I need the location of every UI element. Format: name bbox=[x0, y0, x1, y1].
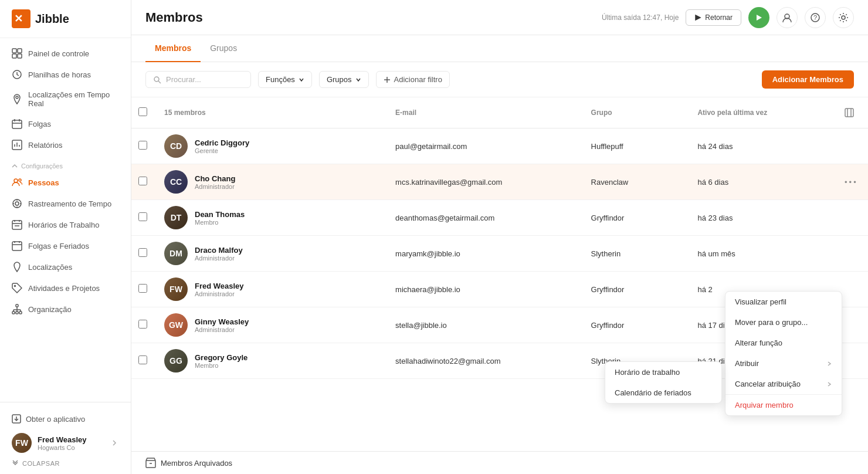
get-app-item[interactable]: Obter o aplicativo bbox=[9, 409, 121, 428]
svg-point-17 bbox=[19, 179, 21, 181]
help-icon-button[interactable]: ? bbox=[805, 7, 826, 28]
sidebar-footer: Obter o aplicativo FW Fred Weasley Hogwa… bbox=[0, 402, 131, 474]
member-avatar-4: FW bbox=[164, 277, 188, 301]
sidebar-item-folgas-feriados[interactable]: Folgas e Feriados bbox=[0, 235, 131, 256]
menu-item-alterar[interactable]: Alterar função bbox=[725, 333, 842, 353]
svg-rect-29 bbox=[12, 242, 22, 250]
sidebar-item-organizacao[interactable]: Organização bbox=[0, 299, 131, 320]
row-checkbox-cell bbox=[131, 164, 157, 200]
submenu-item-horario[interactable]: Horário de trabalho bbox=[605, 362, 721, 382]
sidebar-item-loc[interactable]: Localizações bbox=[0, 256, 131, 277]
context-menu-overlay: Horário de trabalho Calendário de feriad… bbox=[725, 291, 842, 416]
collapse-sidebar-row[interactable]: COLAPSAR bbox=[9, 458, 121, 467]
member-role-4: Administrador bbox=[195, 290, 244, 297]
sidebar-label-planilhas: Planilhas de horas bbox=[28, 70, 91, 79]
member-actions-0 bbox=[833, 128, 868, 164]
row-checkbox-cell bbox=[131, 272, 157, 307]
chevron-down-icon bbox=[299, 77, 304, 83]
sidebar-item-atividades[interactable]: Atividades e Projetos bbox=[0, 277, 131, 299]
funcoes-filter-button[interactable]: Funções bbox=[258, 71, 312, 88]
menu-item-visualizar[interactable]: Visualizar perfil bbox=[725, 292, 842, 312]
row-checkbox-3[interactable] bbox=[138, 248, 147, 257]
row-checkbox-5[interactable] bbox=[138, 320, 147, 329]
location-icon bbox=[12, 94, 22, 104]
member-email-0: paul@getairmail.com bbox=[388, 128, 584, 164]
menu-item-arquivar[interactable]: Arquivar membro bbox=[725, 395, 842, 415]
menu-item-mover[interactable]: Mover para o grupo... bbox=[725, 312, 842, 333]
table-settings-icon[interactable] bbox=[840, 103, 859, 122]
member-cell-4: FW Fred Weasley Administrador bbox=[157, 272, 388, 307]
row-checkbox-1[interactable] bbox=[138, 177, 147, 185]
member-role-3: Administrador bbox=[195, 255, 243, 262]
menu-item-atribuir[interactable]: Atribuir bbox=[725, 353, 842, 374]
sidebar-item-rastreamento[interactable]: Rastreamento de Tempo bbox=[0, 193, 131, 214]
schedule-icon bbox=[12, 219, 22, 230]
sidebar-item-folgas[interactable]: Folgas bbox=[0, 113, 131, 134]
sidebar-label-folgas-feriados: Folgas e Feriados bbox=[28, 242, 89, 250]
sidebar-label-horarios: Horários de Trabalho bbox=[28, 221, 99, 229]
sidebar-nav: Painel de controle Planilhas de horas Lo… bbox=[0, 38, 131, 402]
row-checkbox-cell bbox=[131, 307, 157, 343]
play-button[interactable] bbox=[748, 7, 769, 28]
svg-rect-35 bbox=[12, 312, 15, 314]
member-email-2: deanthomas@getairmail.com bbox=[388, 200, 584, 236]
select-all-checkbox[interactable] bbox=[138, 107, 147, 116]
table-row: CC Cho Chang Administrador mcs.katrinavi… bbox=[131, 164, 868, 200]
svg-rect-37 bbox=[19, 312, 22, 314]
member-group-5: Gryffindor bbox=[584, 307, 691, 343]
row-checkbox-6[interactable] bbox=[138, 356, 147, 364]
get-app-label: Obter o aplicativo bbox=[26, 415, 85, 424]
member-group-0: Hufflepuff bbox=[584, 128, 691, 164]
search-box[interactable]: Procurar... bbox=[145, 71, 251, 88]
three-dots-1[interactable]: ••• bbox=[840, 175, 861, 189]
grupos-filter-button[interactable]: Grupos bbox=[319, 71, 369, 88]
row-checkbox-4[interactable] bbox=[138, 284, 147, 293]
tab-membros[interactable]: Membros bbox=[145, 35, 201, 62]
settings-icon-button[interactable] bbox=[833, 7, 854, 28]
chart-icon bbox=[12, 140, 22, 150]
select-all-header bbox=[131, 97, 157, 128]
member-name-3: Draco Malfoy bbox=[195, 246, 243, 255]
retornar-button[interactable]: Retornar bbox=[686, 9, 741, 26]
sidebar-item-planilhas[interactable]: Planilhas de horas bbox=[0, 64, 131, 85]
sidebar-label-pessoas: Pessoas bbox=[28, 178, 59, 187]
archived-label[interactable]: Membros Arquivados bbox=[161, 459, 232, 468]
sidebar-label-localizacoes: Localizações em Tempo Real bbox=[28, 90, 119, 108]
svg-rect-34 bbox=[16, 304, 18, 307]
member-last-active-1: há 6 dias bbox=[690, 164, 833, 200]
member-last-active-3: há um mês bbox=[690, 236, 833, 272]
jibble-logo-icon: ✕ bbox=[12, 9, 30, 28]
member-info-4: Fred Weasley Administrador bbox=[195, 282, 244, 297]
member-info-2: Dean Thomas Membro bbox=[195, 210, 245, 226]
member-avatar-6: GG bbox=[164, 349, 188, 373]
member-cell-6: GG Gregory Goyle Membro bbox=[157, 343, 388, 379]
sidebar-item-horarios[interactable]: Horários de Trabalho bbox=[0, 214, 131, 235]
sidebar-item-localizacoes[interactable]: Localizações em Tempo Real bbox=[0, 85, 131, 113]
row-checkbox-0[interactable] bbox=[138, 141, 147, 150]
chevron-right-icon bbox=[110, 438, 119, 448]
plus-icon bbox=[384, 76, 391, 83]
context-menu: Visualizar perfil Mover para o grupo... … bbox=[725, 291, 842, 416]
add-filter-button[interactable]: Adicionar filtro bbox=[376, 71, 450, 88]
member-group-1: Ravenclaw bbox=[584, 164, 691, 200]
member-cell-0: CD Cedric Diggory Gerente bbox=[157, 128, 388, 164]
sidebar-item-painel[interactable]: Painel de controle bbox=[0, 43, 131, 64]
sidebar-item-pessoas[interactable]: Pessoas bbox=[0, 172, 131, 193]
member-role-2: Membro bbox=[195, 219, 245, 226]
table-area: 15 membros E-mail Grupo Ativo pela últim… bbox=[131, 97, 868, 451]
add-members-button[interactable]: Adicionar Membros bbox=[762, 70, 854, 89]
sidebar-item-relatorios[interactable]: Relatórios bbox=[0, 134, 131, 155]
member-avatar-1: CC bbox=[164, 170, 188, 194]
menu-item-cancelar-atribuicao[interactable]: Cancelar atribuição bbox=[725, 374, 842, 394]
member-email-6: stellahadiwinoto22@gmail.com bbox=[388, 343, 584, 379]
count-header: 15 membros bbox=[157, 97, 388, 128]
tab-grupos[interactable]: Grupos bbox=[201, 35, 246, 62]
user-profile-row[interactable]: FW Fred Weasley Hogwarts Co bbox=[9, 428, 121, 458]
row-checkbox-2[interactable] bbox=[138, 212, 147, 221]
user-icon-button[interactable] bbox=[777, 7, 798, 28]
svg-point-51 bbox=[154, 77, 159, 82]
svg-point-18 bbox=[13, 199, 21, 208]
svg-marker-45 bbox=[696, 15, 700, 20]
submenu-item-calendario[interactable]: Calendário de feriados bbox=[605, 382, 721, 403]
sidebar-label-rastreamento: Rastreamento de Tempo bbox=[28, 199, 111, 208]
